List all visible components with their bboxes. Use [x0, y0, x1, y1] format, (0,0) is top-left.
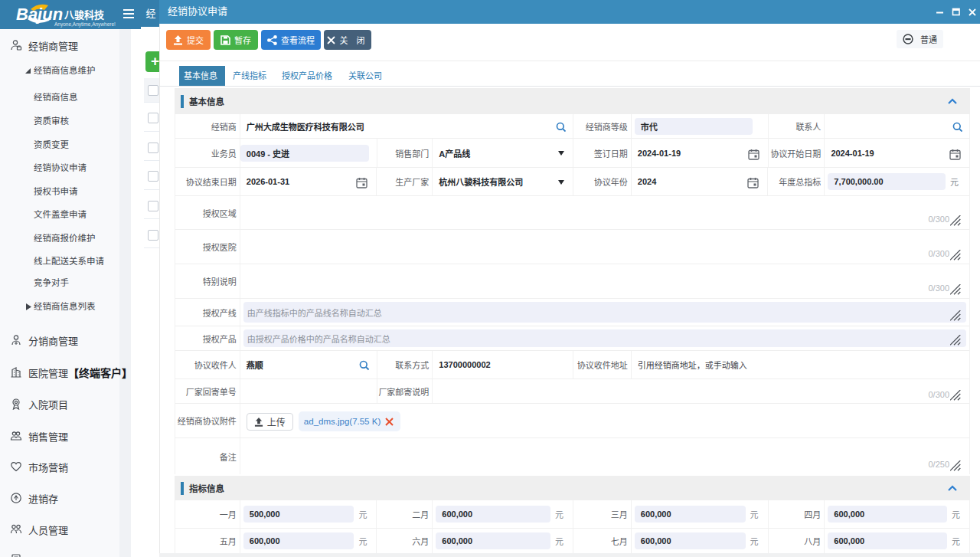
svg-text:Anyone,Anytime,Anywhere!: Anyone,Anytime,Anywhere!: [54, 21, 116, 28]
svg-text:八骏科技: 八骏科技: [64, 9, 105, 21]
